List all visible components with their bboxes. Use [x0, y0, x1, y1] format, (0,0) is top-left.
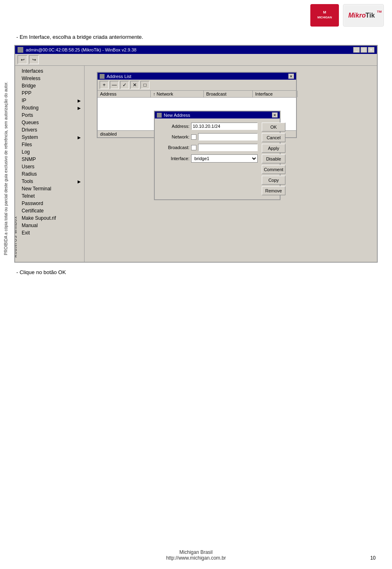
broadcast-label: Broadcast: [159, 145, 189, 150]
sidebar-label-snmp: SNMP [22, 156, 36, 162]
sidebar-item-log[interactable]: Log [15, 148, 84, 156]
sidebar-item-radius[interactable]: Radius [15, 170, 84, 178]
sidebar-label-exit: Exit [22, 230, 30, 236]
new-address-titlebar: New Address ✕ [155, 112, 280, 118]
col-address: Address [98, 91, 151, 97]
sidebar-label-drivers: Drivers [22, 127, 37, 133]
network-row: Network: [159, 133, 258, 141]
sidebar-item-routing[interactable]: Routing ▶ [15, 104, 84, 112]
winbox-toolbar: ↩ ↪ [15, 54, 377, 66]
maximize-button[interactable]: □ [361, 47, 367, 53]
sidebar-label-system: System [22, 134, 38, 140]
footer-text1: Michigan Brasil [0, 549, 392, 555]
sidebar-label-ppp: PPP [22, 90, 31, 96]
back-button[interactable]: ↩ [18, 55, 27, 64]
forward-button[interactable]: ↪ [29, 55, 39, 64]
disable-button[interactable]: Disable [262, 154, 285, 163]
network-checkbox[interactable] [191, 134, 196, 140]
sidebar-item-drivers[interactable]: Drivers [15, 126, 84, 134]
sidebar-item-system[interactable]: System ▶ [15, 134, 84, 141]
col-interface: Interface [253, 91, 298, 97]
address-row: Address: [159, 123, 258, 130]
comment-button[interactable]: Comment [262, 165, 285, 174]
winbox-controls[interactable]: _ □ ✕ [353, 47, 374, 53]
sidebar-label-tools: Tools [22, 179, 33, 184]
sidebar-label-telnet: Telnet [22, 193, 35, 199]
sidebar-item-password[interactable]: Password [15, 200, 84, 207]
sidebar-label-manual: Manual [22, 223, 38, 228]
col-network: ↑ Network [151, 91, 204, 97]
disable-address-button2[interactable]: ✕ [130, 81, 139, 89]
footer-text2: http://www.michigan.com.br [0, 555, 392, 561]
address-list-close-button[interactable]: ✕ [288, 74, 294, 79]
add-address-button[interactable]: + [100, 81, 109, 89]
svg-text:Mikro: Mikro [348, 12, 366, 19]
sidebar-label-interfaces: Interfaces [22, 68, 43, 74]
broadcast-input[interactable] [198, 144, 258, 151]
sidebar-item-make-supout[interactable]: Make Supout.rif [15, 214, 84, 222]
sidebar-item-users[interactable]: Users [15, 163, 84, 170]
sidebar-item-ip[interactable]: IP ▶ [15, 97, 84, 104]
sidebar-item-files[interactable]: Files [15, 141, 84, 148]
sidebar-item-wireless[interactable]: Wireless [15, 75, 84, 82]
copy-address-button2[interactable]: □ [140, 81, 149, 89]
copy-button[interactable]: Copy [262, 176, 285, 185]
sidebar-item-tools[interactable]: Tools ▶ [15, 178, 84, 185]
sidebar-item-interfaces[interactable]: Interfaces [15, 67, 84, 75]
instruction-bottom: - Clique no botão OK [16, 269, 376, 275]
address-list-title: Address List [107, 74, 131, 79]
new-address-title: New Address [164, 113, 190, 118]
apply-button[interactable]: Apply [262, 144, 285, 153]
network-input[interactable] [198, 133, 258, 141]
sidebar-label-users: Users [22, 164, 34, 170]
interface-select[interactable]: bridge1 [191, 154, 258, 163]
sidebar-item-new-terminal[interactable]: New Terminal [15, 185, 84, 192]
ok-button[interactable]: OK [262, 123, 285, 132]
form-fields: Address: Network: Broadcast: [159, 123, 258, 195]
winbox-icon [18, 47, 23, 53]
address-input[interactable] [191, 123, 258, 130]
remove-button[interactable]: Remove [262, 186, 285, 195]
sidebar-item-manual[interactable]: Manual [15, 222, 84, 229]
page-number: 10 [370, 555, 376, 561]
remove-address-button[interactable]: — [110, 81, 119, 89]
sidebar-label-make-supout: Make Supout.rif [22, 215, 56, 221]
new-address-close-button[interactable]: ✕ [272, 112, 278, 118]
svg-text:TM: TM [377, 10, 382, 13]
footer: Michigan Brasil http://www.michigan.com.… [0, 549, 392, 561]
sidebar-label-new-terminal: New Terminal [22, 186, 51, 192]
routeros-label: RouterOS WinBox [15, 216, 18, 258]
sidebar-label-queues: Queues [22, 120, 39, 125]
svg-text:Tik: Tik [365, 12, 375, 19]
sidebar-label-ip: IP [22, 98, 26, 103]
michigan-logo: M MICHIGAN [310, 4, 339, 27]
enable-address-button[interactable]: ✓ [120, 81, 129, 89]
address-list-titlebar: Address List ✕ [98, 73, 296, 80]
sidebar-item-bridge[interactable]: Bridge [15, 82, 84, 89]
system-arrow-icon: ▶ [78, 135, 81, 140]
sidebar-item-telnet[interactable]: Telnet [15, 192, 84, 200]
winbox-window: admin@00:0C:42:0B:58:25 (MikroTik) - Win… [14, 45, 378, 263]
sidebar-item-certificate[interactable]: Certificate [15, 207, 84, 214]
sidebar-item-exit[interactable]: Exit [15, 229, 84, 237]
close-button[interactable]: ✕ [368, 47, 374, 53]
sidebar-label-bridge: Bridge [22, 83, 36, 89]
sidebar-label-password: Password [22, 201, 43, 206]
sidebar-item-snmp[interactable]: SNMP [15, 156, 84, 163]
tools-arrow-icon: ▶ [78, 179, 81, 184]
address-list-header: Address ↑ Network Broadcast Interface [98, 91, 296, 98]
broadcast-checkbox[interactable] [191, 145, 196, 150]
sidebar-label-radius: Radius [22, 171, 37, 177]
sidebar-item-ports[interactable]: Ports [15, 112, 84, 119]
sidebar-label-ports: Ports [22, 112, 33, 118]
interface-label: Interface: [159, 156, 189, 161]
svg-text:MICHIGAN: MICHIGAN [317, 16, 332, 19]
sidebar-label-wireless: Wireless [22, 76, 40, 81]
sidebar-item-queues[interactable]: Queues [15, 119, 84, 126]
minimize-button[interactable]: _ [353, 47, 360, 53]
sidebar-label-certificate: Certificate [22, 208, 44, 214]
sidebar-item-ppp[interactable]: PPP [15, 89, 84, 97]
cancel-button[interactable]: Cancel [262, 133, 285, 142]
new-address-form: Address: Network: Broadcast: [155, 118, 280, 199]
address-label: Address: [159, 124, 189, 129]
